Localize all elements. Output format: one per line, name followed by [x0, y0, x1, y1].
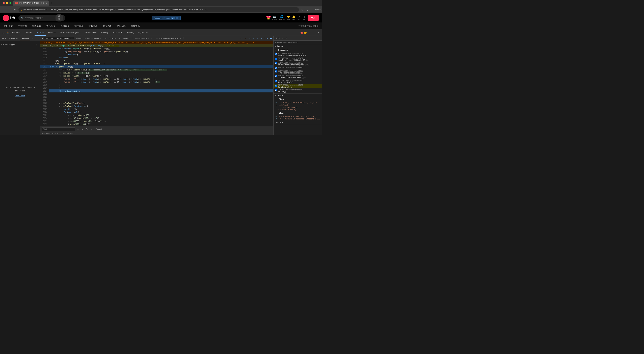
file-tab-5527[interactable]: 5527.470083e2.js:formatted ✕ — [44, 38, 74, 40]
bookmark-icon[interactable]: ☆ — [300, 8, 304, 12]
nav-entertainment[interactable]: 娱乐天地 — [116, 25, 126, 28]
header-bookmark-icon[interactable]: 🌐 收藏网页 — [279, 15, 285, 21]
close-file-tab-6836[interactable]: ✕ — [150, 38, 152, 39]
tab-sources[interactable]: Sources — [34, 30, 46, 36]
resume-debugger-btn[interactable]: ▶ — [171, 17, 174, 19]
nav-board-game[interactable]: 棋牌桌游 — [32, 25, 42, 28]
step-over-btn[interactable]: ⤵ — [176, 17, 178, 19]
deactivate-breakpoints-btn[interactable]: ⊘ — [265, 37, 269, 40]
bp-checkbox-5527-5605[interactable] — [275, 71, 277, 73]
search-btn[interactable]: 搜索 — [56, 15, 63, 22]
file-tab-2111[interactable]: 2111.871731ea.js:formatted ✕ — [74, 38, 103, 40]
learn-more-link[interactable]: Learn more — [15, 94, 25, 97]
bp-checkbox-5527-5492[interactable] — [275, 58, 277, 60]
forward-btn[interactable]: → — [7, 8, 12, 12]
search-input[interactable] — [25, 17, 54, 19]
tab-page[interactable]: Page — [0, 36, 8, 41]
file-tabs-more-btn[interactable]: » — [239, 36, 243, 41]
close-file-tab-6836f[interactable]: ✕ — [180, 38, 181, 39]
file-tab-6836[interactable]: 6836.d108a452.js ✕ — [133, 38, 154, 40]
login-btn[interactable]: 登录 — [308, 15, 319, 21]
bp-checkbox-5527-5640[interactable] — [275, 89, 277, 91]
close-tab-btn[interactable]: ✕ — [46, 2, 47, 4]
tab-perf-insights[interactable]: Performance insights ⚠ — [58, 30, 83, 36]
panel-tabs-more[interactable]: » — [30, 36, 34, 41]
call-stack-item-sw[interactable]: service-worker.js #0 (activated) — [274, 41, 322, 44]
code-lines[interactable]: ▶ , r = i.Response.▶deserializeBinary(fu… — [49, 44, 273, 126]
bp-checkbox-2111-2306[interactable] — [275, 53, 277, 55]
nav-hot-live[interactable]: 热门直播 — [3, 25, 14, 28]
header-notify-icon[interactable]: 🔔 通知 — [292, 15, 296, 21]
devtools-more-btn[interactable]: ⋮ — [312, 31, 316, 35]
tab-elements[interactable]: Elements — [10, 30, 22, 36]
local-header[interactable]: ▶ Local — [274, 121, 322, 124]
pause-btn[interactable]: ⏸ — [244, 37, 247, 40]
block1-header[interactable]: ▼ Block — [274, 97, 322, 101]
nav-strategy[interactable]: 策略游戏 — [88, 25, 98, 28]
devtools-device-btn[interactable]: 📱 — [6, 31, 10, 35]
tab-console[interactable]: Console — [23, 30, 34, 36]
step-into-btn[interactable]: ↓ — [252, 37, 256, 40]
bp-checkbox-5527-5499[interactable] — [275, 62, 277, 65]
tab-memory[interactable]: Memory — [99, 30, 110, 36]
close-window-btn[interactable] — [3, 2, 5, 4]
header-partner-icon[interactable]: 🤝 合作 — [287, 15, 290, 21]
tab-performance[interactable]: Performance — [83, 30, 98, 36]
nav-tech[interactable]: 科技文化 — [130, 25, 140, 28]
find-nav-down-btn[interactable]: ∨ — [80, 127, 84, 131]
scope-header[interactable]: ▼ Scope — [274, 94, 322, 97]
close-file-tab-9713[interactable]: ✕ — [129, 38, 131, 39]
file-tab-prev-btn[interactable]: ◀ — [40, 36, 44, 41]
minimize-window-btn[interactable] — [6, 2, 8, 4]
nav-fps[interactable]: 射击游戏 — [102, 25, 112, 28]
tab-application[interactable]: Application — [110, 30, 124, 36]
tab-lighthouse[interactable]: Lighthouse — [136, 30, 150, 36]
devtools-close-btn[interactable]: ✕ — [317, 31, 321, 35]
snippets-more-btn[interactable]: ⋮ — [35, 42, 39, 47]
close-file-tab-2111[interactable]: ✕ — [100, 38, 101, 39]
close-file-tab-5527[interactable]: ✕ — [70, 38, 72, 39]
file-tab-9713[interactable]: 9713.dbebd734.js:formatted ✕ — [103, 38, 133, 40]
address-bar[interactable]: 🔒 live.douyin.com/36922314505557cover_ty… — [18, 7, 299, 12]
header-client-icon[interactable]: 💻 客户端 — [272, 15, 277, 21]
back-btn[interactable]: ← — [1, 8, 6, 12]
refresh-btn[interactable]: ↻ — [13, 8, 18, 12]
bp-checkbox-5527-5613[interactable] — [275, 80, 277, 82]
regex-btn[interactable]: .* — [90, 127, 94, 131]
header-upload-icon[interactable]: ⬆ 投稿 — [302, 15, 306, 21]
tab-network[interactable]: Network — [46, 30, 58, 36]
breakpoints-header[interactable]: ▼ Breakpoints — [274, 48, 322, 52]
new-snippet-btn[interactable]: + + New snippet — [1, 42, 15, 47]
logo[interactable]: ♪ 抖音 — [3, 15, 15, 21]
notifications-icon-group[interactable]: 🔔 NEW — [267, 17, 270, 20]
nav-console-game[interactable]: 主机游戏 — [18, 25, 28, 28]
nav-casual[interactable]: 休闲游戏 — [60, 25, 70, 28]
maximize-window-btn[interactable] — [10, 2, 12, 4]
extensions-icon[interactable]: ⚙ — [305, 8, 310, 12]
tab-snippets[interactable]: Snippets — [20, 36, 30, 41]
watch-header[interactable]: ▶ Watch — [274, 44, 322, 48]
nav-rpg[interactable]: 角色扮演 — [46, 25, 56, 28]
match-case-btn[interactable]: Aa — [85, 127, 89, 131]
nav-esports[interactable]: 竞技游戏 — [74, 25, 84, 28]
tab-security[interactable]: Security — [125, 30, 136, 36]
bp-checkbox-5527-5621[interactable] — [275, 85, 277, 87]
step-btn[interactable]: → — [260, 37, 264, 40]
find-input[interactable] — [42, 127, 75, 131]
find-nav-up-btn[interactable]: ∧ — [76, 127, 80, 131]
bp-checkbox-5527-5606[interactable] — [275, 75, 277, 77]
step-over-debug-btn[interactable]: ↷ — [248, 37, 252, 40]
header-message-icon[interactable]: ✉ 私信 — [298, 15, 300, 21]
new-tab-btn[interactable]: + — [50, 1, 54, 5]
menu-icon[interactable]: ⋮ — [310, 8, 315, 12]
file-tab-6836f[interactable]: 6836.d108a452.js:formatted ✕ — [154, 38, 184, 40]
devtools-inspect-btn[interactable]: ⬚ — [1, 31, 5, 35]
step-out-btn[interactable]: ↑ — [256, 37, 260, 40]
tab-filesystem[interactable]: Filesystem — [8, 36, 20, 41]
breakpoints-pause-btn[interactable]: ⏹ — [269, 37, 273, 40]
devtools-settings-btn[interactable]: ⚙ — [307, 31, 311, 35]
active-tab[interactable]: 🎵 屏超说艺考的抖音直播间 - 抖音 ✕ — [14, 1, 49, 6]
block2-header[interactable]: ▼ Block — [274, 111, 322, 115]
bp-checkbox-5527-5549[interactable] — [275, 67, 277, 69]
find-cancel-btn[interactable]: Cancel — [94, 128, 103, 130]
